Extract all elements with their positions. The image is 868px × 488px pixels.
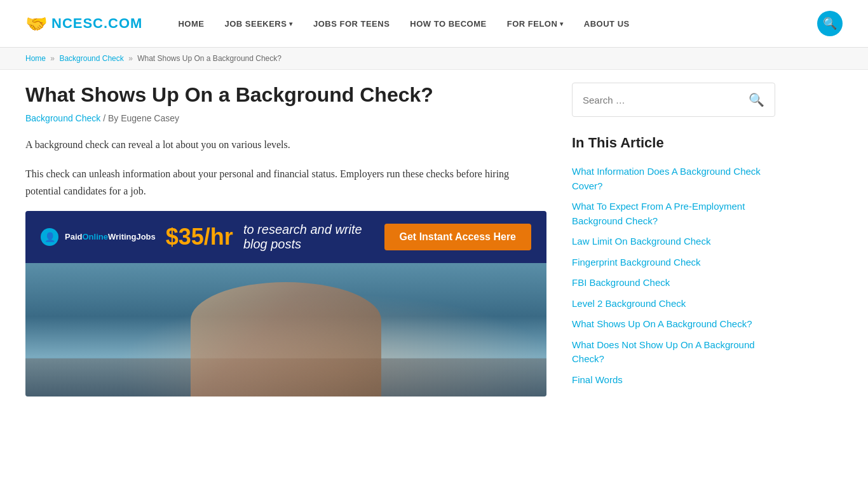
breadcrumb-current: What Shows Up On a Background Check? (137, 54, 281, 63)
toc-link-0[interactable]: What Information Does A Background Check… (572, 161, 775, 196)
article-photo (25, 263, 546, 396)
logo-icon: 🤝 (25, 13, 48, 34)
ad-top-section: 👤 PaidOnlineWritingJobs $35/hr to resear… (25, 211, 546, 263)
page-wrapper: What Shows Up On a Background Check? Bac… (0, 70, 868, 422)
nav-item-about-us[interactable]: ABOUT US (574, 0, 640, 48)
ad-description: to research and write blog posts (243, 222, 374, 252)
breadcrumb: Home » Background Check » What Shows Up … (0, 48, 868, 69)
breadcrumb-category[interactable]: Background Check (59, 54, 123, 63)
sidebar-search-box[interactable]: 🔍 (572, 83, 775, 117)
header-search-button[interactable]: 🔍 (817, 11, 843, 36)
toc-link-5[interactable]: Level 2 Background Check (572, 294, 775, 315)
ad-logo: 👤 PaidOnlineWritingJobs (41, 228, 156, 246)
search-icon: 🔍 (823, 17, 837, 30)
breadcrumb-sep-2: » (128, 54, 133, 63)
toc-section: In This Article What Information Does A … (572, 135, 775, 390)
main-navigation: HOMEJOB SEEKERS▾JOBS FOR TEENSHOW TO BEC… (168, 0, 817, 48)
nav-item-job-seekers[interactable]: JOB SEEKERS▾ (214, 0, 302, 48)
article-title: What Shows Up On a Background Check? (25, 83, 546, 107)
toc-link-2[interactable]: Law Limit On Background Check (572, 231, 775, 252)
site-header: 🤝 NCESC.COM HOMEJOB SEEKERS▾JOBS FOR TEE… (0, 0, 868, 48)
sidebar-search-input[interactable] (583, 95, 749, 105)
nav-item-jobs-for-teens[interactable]: JOBS FOR TEENS (303, 0, 400, 48)
site-logo[interactable]: 🤝 NCESC.COM (25, 13, 142, 34)
main-content: What Shows Up On a Background Check? Bac… (25, 83, 546, 396)
nav-item-home[interactable]: HOME (168, 0, 214, 48)
nav-item-for-felon[interactable]: FOR FELON▾ (497, 0, 574, 48)
toc-link-8[interactable]: Final Words (572, 370, 775, 391)
breadcrumb-sep-1: » (50, 54, 55, 63)
toc-link-3[interactable]: Fingerprint Background Check (572, 252, 775, 273)
article-paragraph-2: This check can unleash information about… (25, 165, 546, 200)
chevron-down-icon: ▾ (560, 20, 564, 27)
sidebar-search-icon[interactable]: 🔍 (749, 92, 764, 107)
article-paragraph-1: A background check can reveal a lot abou… (25, 136, 546, 153)
toc-item: Final Words (572, 370, 775, 391)
toc-item: What To Expect From A Pre-Employment Bac… (572, 196, 775, 231)
article-meta-sep: / By (100, 113, 121, 123)
toc-item: Level 2 Background Check (572, 294, 775, 315)
toc-item: What Shows Up On A Background Check? (572, 314, 775, 335)
toc-item: What Does Not Show Up On A Background Ch… (572, 335, 775, 370)
toc-list: What Information Does A Background Check… (572, 161, 775, 390)
toc-item: Fingerprint Background Check (572, 252, 775, 273)
ad-logo-icon: 👤 (41, 228, 58, 246)
toc-link-4[interactable]: FBI Background Check (572, 273, 775, 294)
ad-cta-button[interactable]: Get Instant Access Here (384, 224, 531, 250)
breadcrumb-bar: Home » Background Check » What Shows Up … (0, 48, 868, 70)
ad-banner[interactable]: 👤 PaidOnlineWritingJobs $35/hr to resear… (25, 211, 546, 396)
toc-link-7[interactable]: What Does Not Show Up On A Background Ch… (572, 335, 775, 370)
toc-title: In This Article (572, 135, 775, 151)
chevron-down-icon: ▾ (289, 20, 293, 27)
photo-overlay (25, 263, 546, 396)
toc-item: Law Limit On Background Check (572, 231, 775, 252)
toc-link-1[interactable]: What To Expect From A Pre-Employment Bac… (572, 196, 775, 231)
nav-item-how-to-become[interactable]: HOW TO BECOME (400, 0, 496, 48)
ad-cta-area: Get Instant Access Here (384, 224, 531, 250)
breadcrumb-home[interactable]: Home (25, 54, 46, 63)
logo-text: NCESC.COM (51, 15, 142, 32)
toc-item: FBI Background Check (572, 273, 775, 294)
sidebar: 🔍 In This Article What Information Does … (572, 83, 775, 396)
ad-logo-text: PaidOnlineWritingJobs (65, 232, 156, 241)
article-meta: Background Check / By Eugene Casey (25, 113, 546, 123)
toc-link-6[interactable]: What Shows Up On A Background Check? (572, 314, 775, 335)
article-body: A background check can reveal a lot abou… (25, 136, 546, 200)
ad-price: $35/hr (166, 224, 233, 250)
hand-decoration (191, 282, 381, 396)
toc-item: What Information Does A Background Check… (572, 161, 775, 196)
article-author: Eugene Casey (121, 113, 179, 123)
article-category-link[interactable]: Background Check (25, 113, 100, 123)
